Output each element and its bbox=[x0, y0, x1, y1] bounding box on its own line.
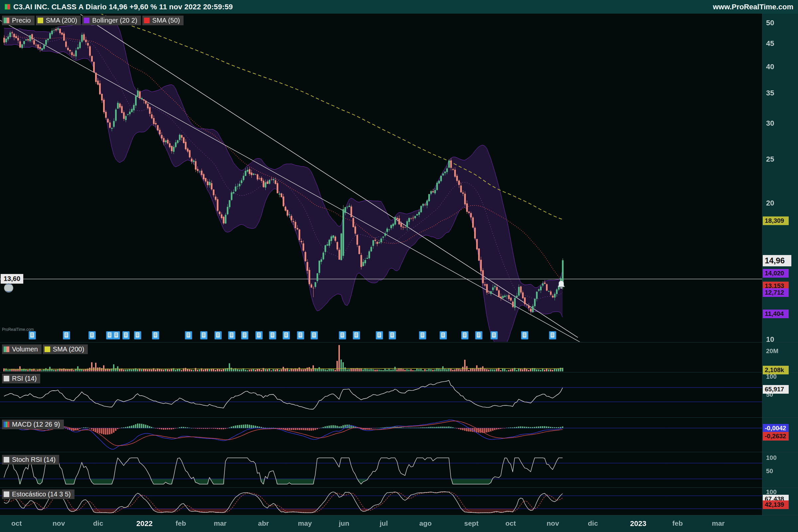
news-icon[interactable] bbox=[461, 331, 469, 340]
legend-rsi[interactable]: RSI (14) bbox=[2, 374, 40, 383]
news-icon[interactable] bbox=[134, 331, 141, 340]
legend-macd-label: MACD (12 26 9) bbox=[12, 421, 60, 428]
news-icon[interactable] bbox=[419, 331, 426, 340]
news-icon[interactable] bbox=[89, 331, 96, 340]
legend-precio-label: Precio bbox=[12, 17, 31, 24]
prorealtime-window: C3.AI INC. CLASS A Diario 14,96 +9,60 % … bbox=[0, 0, 798, 532]
news-icon[interactable] bbox=[122, 331, 130, 340]
legend-sma200[interactable]: SMA (200) bbox=[36, 16, 81, 25]
chart-title: C3.AI INC. CLASS A Diario 14,96 +9,60 % … bbox=[13, 3, 233, 11]
legend-bollinger-label: Bollinger (20 2) bbox=[92, 17, 137, 24]
prorealtime-link[interactable]: www.ProRealTime.com bbox=[713, 3, 793, 11]
stochrsi-swatch-icon bbox=[4, 457, 9, 462]
legend-sma50[interactable]: SMA (50) bbox=[142, 16, 184, 25]
news-icon[interactable] bbox=[200, 331, 208, 340]
legend-volumen-sma[interactable]: SMA (200) bbox=[43, 344, 88, 354]
news-icon[interactable] bbox=[255, 331, 263, 340]
news-icon[interactable] bbox=[269, 331, 276, 340]
estocastico-swatch-icon bbox=[4, 491, 9, 497]
legend-volumen[interactable]: Volumen bbox=[2, 344, 41, 354]
legend-bollinger[interactable]: Bollinger (20 2) bbox=[82, 16, 141, 25]
title-bar: C3.AI INC. CLASS A Diario 14,96 +9,60 % … bbox=[0, 0, 798, 14]
legend-macd[interactable]: MACD (12 26 9) bbox=[2, 420, 64, 429]
news-icon[interactable] bbox=[283, 331, 290, 340]
legend-estocastico-label: Estocástico (14 3 5) bbox=[12, 491, 71, 498]
news-icon[interactable] bbox=[440, 331, 447, 340]
estocastico-legend: Estocástico (14 3 5) bbox=[2, 490, 75, 499]
legend-stochrsi-label: Stoch RSI (14) bbox=[12, 456, 56, 463]
news-icon[interactable] bbox=[241, 331, 248, 340]
title-bar-left: C3.AI INC. CLASS A Diario 14,96 +9,60 % … bbox=[5, 3, 233, 11]
news-icon[interactable] bbox=[491, 331, 498, 340]
alert-bell-icon[interactable] bbox=[555, 279, 567, 292]
news-icon[interactable] bbox=[521, 331, 528, 340]
news-icon[interactable] bbox=[63, 331, 70, 340]
volumen-swatch-icon bbox=[4, 346, 9, 352]
news-icon[interactable] bbox=[214, 331, 222, 340]
price-legend: Precio SMA (200) Bollinger (20 2) SMA (5… bbox=[2, 16, 184, 25]
legend-sma200-label: SMA (200) bbox=[46, 17, 77, 24]
macd-legend: MACD (12 26 9) bbox=[2, 420, 64, 429]
news-icon[interactable] bbox=[339, 331, 346, 340]
legend-volumen-sma-label: SMA (200) bbox=[53, 345, 84, 353]
instrument-icon bbox=[5, 4, 10, 10]
news-icon[interactable] bbox=[389, 331, 396, 340]
prorealtime-logo-icon[interactable] bbox=[4, 283, 13, 292]
news-icon[interactable] bbox=[549, 331, 556, 340]
news-icon[interactable] bbox=[353, 331, 360, 340]
news-icon[interactable] bbox=[113, 331, 120, 340]
news-icon[interactable] bbox=[376, 331, 383, 340]
sma200-swatch-icon bbox=[38, 18, 43, 23]
news-icon[interactable] bbox=[228, 331, 235, 340]
bollinger-swatch-icon bbox=[84, 18, 90, 23]
precio-swatch-icon bbox=[4, 18, 9, 23]
rsi-swatch-icon bbox=[4, 376, 9, 381]
legend-sma50-label: SMA (50) bbox=[152, 17, 180, 24]
legend-estocastico[interactable]: Estocástico (14 3 5) bbox=[2, 490, 75, 499]
legend-stochrsi[interactable]: Stoch RSI (14) bbox=[2, 455, 59, 464]
stochrsi-legend: Stoch RSI (14) bbox=[2, 455, 59, 464]
rsi-legend: RSI (14) bbox=[2, 374, 40, 383]
volume-legend: Volumen SMA (200) bbox=[2, 344, 88, 354]
news-icon[interactable] bbox=[310, 331, 318, 340]
volumen-sma-swatch-icon bbox=[44, 346, 50, 352]
news-icon[interactable] bbox=[185, 331, 192, 340]
news-icon[interactable] bbox=[28, 331, 36, 340]
news-icon[interactable] bbox=[297, 331, 304, 340]
macd-swatch-icon bbox=[4, 422, 9, 427]
sma50-swatch-icon bbox=[144, 18, 150, 23]
legend-volumen-label: Volumen bbox=[12, 345, 38, 353]
chart-canvas[interactable] bbox=[0, 0, 798, 532]
legend-rsi-label: RSI (14) bbox=[12, 375, 37, 382]
news-icon[interactable] bbox=[106, 331, 113, 340]
news-icon[interactable] bbox=[152, 331, 159, 340]
legend-precio[interactable]: Precio bbox=[2, 16, 35, 25]
news-icon[interactable] bbox=[475, 331, 482, 340]
